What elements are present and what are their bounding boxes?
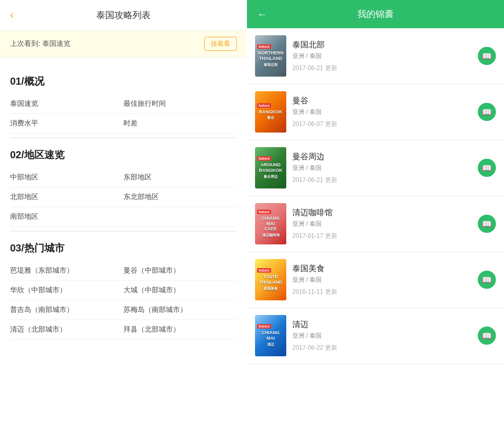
cover-brand: fodors: [257, 210, 271, 214]
book-region: 亚洲 / 泰国: [292, 332, 472, 340]
book-name: 泰国北部: [292, 40, 472, 50]
book-cover-chiang-mai: fodors CHIANGMAI 清迈: [255, 315, 286, 356]
book-action-button[interactable]: 📖: [478, 47, 496, 65]
cover-subtitle: 曼谷周边: [264, 174, 278, 179]
book-item-chiang-mai[interactable]: fodors CHIANGMAI 清迈 清迈 亚洲 / 泰国 2017-06-2…: [247, 308, 504, 364]
left-panel: ‹ 泰国攻略列表 上次看到: 泰国速览 接着看 01/概况 泰国速览 最佳旅行时…: [0, 0, 247, 448]
book-item-around-bangkok[interactable]: fodors AROUNDBANGKOK 曼谷周边 曼谷周边 亚洲 / 泰国 2…: [247, 140, 504, 196]
cover-title: CHIANG MAICAFE: [257, 216, 284, 232]
list-item[interactable]: 苏梅岛（南部城市）: [123, 300, 237, 320]
book-action-button[interactable]: 📖: [478, 159, 496, 177]
book-item-northern-thailand[interactable]: fodors NORTHERNTHAILAND 泰国北部 泰国北部 亚洲 / 泰…: [247, 28, 504, 84]
list-item[interactable]: 泰国速览: [10, 94, 123, 114]
book-region: 亚洲 / 泰国: [292, 220, 472, 228]
cover-title: TASTETHAILAND: [259, 274, 282, 285]
book-cover-chiang-mai-cafe: fodors CHIANG MAICAFE 清迈咖啡馆: [255, 203, 286, 244]
book-icon: 📖: [482, 107, 492, 117]
last-seen-text: 上次看到: 泰国速览: [10, 39, 71, 48]
book-icon: 📖: [482, 51, 492, 61]
book-icon: 📖: [482, 163, 492, 173]
cover-brand: fodors: [257, 103, 271, 108]
book-name: 清迈: [292, 319, 472, 330]
book-update: 2017-06-22 更新: [292, 344, 472, 352]
list-item[interactable]: 华欣（中部城市）: [10, 281, 123, 300]
book-action-button[interactable]: 📖: [478, 327, 496, 345]
right-title: 我的锦囊: [357, 8, 394, 20]
continue-button[interactable]: 接着看: [204, 37, 237, 51]
book-info: 曼谷周边 亚洲 / 泰国 2017-06-21 更新: [292, 152, 472, 184]
left-title: 泰国攻略列表: [96, 9, 151, 21]
book-action-button[interactable]: 📖: [478, 215, 496, 233]
cover-subtitle: 清迈: [267, 342, 274, 347]
list-item[interactable]: 最佳旅行时间: [123, 94, 237, 114]
book-item-bangkok[interactable]: fodors BANGKOK 曼谷 曼谷 亚洲 / 泰国 2017-06-07 …: [247, 84, 504, 140]
left-header: ‹ 泰国攻略列表: [0, 0, 247, 31]
book-icon: 📖: [482, 331, 492, 341]
back-icon-right[interactable]: ←: [257, 9, 267, 20]
list-item[interactable]: 东北部地区: [123, 187, 237, 207]
book-icon: 📖: [482, 219, 492, 229]
cover-brand: fodors: [257, 268, 271, 273]
list-item[interactable]: 北部地区: [10, 187, 123, 207]
right-content: fodors NORTHERNTHAILAND 泰国北部 泰国北部 亚洲 / 泰…: [247, 28, 504, 448]
list-item[interactable]: 时差: [123, 114, 237, 134]
section-03-grid: 芭堤雅（东部城市） 曼谷（中部城市） 华欣（中部城市） 大城（中部城市） 普吉岛…: [10, 261, 237, 340]
book-update: 2017-06-21 更新: [292, 64, 472, 73]
book-update: 2017-06-07 更新: [292, 120, 472, 129]
book-name: 清迈咖啡馆: [292, 208, 472, 218]
book-action-button[interactable]: 📖: [478, 103, 496, 121]
section-02-title: 02/地区速览: [10, 148, 237, 162]
list-item[interactable]: 消费水平: [10, 114, 123, 134]
book-info: 清迈咖啡馆 亚洲 / 泰国 2017-01-17 更新: [292, 208, 472, 240]
cover-title: NORTHERNTHAILAND: [258, 50, 284, 61]
book-info: 曼谷 亚洲 / 泰国 2017-06-07 更新: [292, 96, 472, 129]
book-item-thai-food[interactable]: fodors TASTETHAILAND 泰国美食 泰国美食 亚洲 / 泰国 2…: [247, 252, 504, 308]
book-info: 泰国北部 亚洲 / 泰国 2017-06-21 更新: [292, 40, 472, 73]
book-region: 亚洲 / 泰国: [292, 164, 472, 172]
book-icon: 📖: [482, 275, 492, 285]
cover-subtitle: 清迈咖啡馆: [262, 233, 280, 238]
list-item[interactable]: 清迈（北部城市）: [10, 320, 123, 340]
cover-subtitle: 泰国美食: [264, 286, 278, 291]
book-action-button[interactable]: 📖: [478, 271, 496, 289]
cover-title: AROUNDBANGKOK: [259, 162, 283, 173]
last-seen-bar: 上次看到: 泰国速览 接着看: [0, 31, 247, 57]
list-item[interactable]: 大城（中部城市）: [123, 281, 237, 300]
back-icon-left[interactable]: ‹: [10, 9, 14, 22]
section-02-grid: 中部地区 东部地区 北部地区 东北部地区 南部地区: [10, 168, 237, 227]
cover-title: BANGKOK: [259, 109, 283, 115]
book-item-chiang-mai-cafe[interactable]: fodors CHIANG MAICAFE 清迈咖啡馆 清迈咖啡馆 亚洲 / 泰…: [247, 196, 504, 252]
book-name: 曼谷: [292, 96, 472, 106]
book-cover-northern-thailand: fodors NORTHERNTHAILAND 泰国北部: [255, 35, 286, 77]
book-region: 亚洲 / 泰国: [292, 52, 472, 60]
section-01-grid: 泰国速览 最佳旅行时间 消费水平 时差: [10, 94, 237, 134]
left-content: 01/概况 泰国速览 最佳旅行时间 消费水平 时差 02/地区速览 中部地区 东…: [0, 59, 247, 448]
cover-subtitle: 曼谷: [267, 115, 274, 120]
right-header: ← 我的锦囊: [247, 0, 504, 28]
cover-title: CHIANGMAI: [262, 330, 280, 341]
book-cover-thai-food: fodors TASTETHAILAND 泰国美食: [255, 259, 286, 300]
cover-brand: fodors: [257, 156, 271, 161]
book-update: 2017-01-17 更新: [292, 232, 472, 240]
book-region: 亚洲 / 泰国: [292, 276, 472, 284]
list-item[interactable]: 芭堤雅（东部城市）: [10, 261, 123, 281]
book-info: 清迈 亚洲 / 泰国 2017-06-22 更新: [292, 319, 472, 352]
list-item[interactable]: 南部地区: [10, 207, 123, 227]
list-item[interactable]: 东部地区: [123, 168, 237, 187]
book-region: 亚洲 / 泰国: [292, 108, 472, 116]
section-01-title: 01/概况: [10, 75, 237, 88]
divider-02: [10, 231, 237, 231]
list-item[interactable]: 普吉岛（南部城市）: [10, 300, 123, 320]
book-update: 2016-11-11 更新: [292, 288, 472, 296]
right-panel: ← 我的锦囊 fodors NORTHERNTHAILAND 泰国北部 泰国北部…: [247, 0, 504, 448]
book-cover-bangkok: fodors BANGKOK 曼谷: [255, 91, 286, 133]
cover-brand: fodors: [257, 324, 271, 329]
list-item[interactable]: 拜县（北部城市）: [123, 320, 237, 340]
book-update: 2017-06-21 更新: [292, 176, 472, 184]
book-name: 泰国美食: [292, 264, 472, 274]
divider-01: [10, 138, 237, 138]
list-item[interactable]: 曼谷（中部城市）: [123, 261, 237, 281]
book-name: 曼谷周边: [292, 152, 472, 162]
list-item[interactable]: 中部地区: [10, 168, 123, 187]
section-03-title: 03/热门城市: [10, 241, 237, 255]
